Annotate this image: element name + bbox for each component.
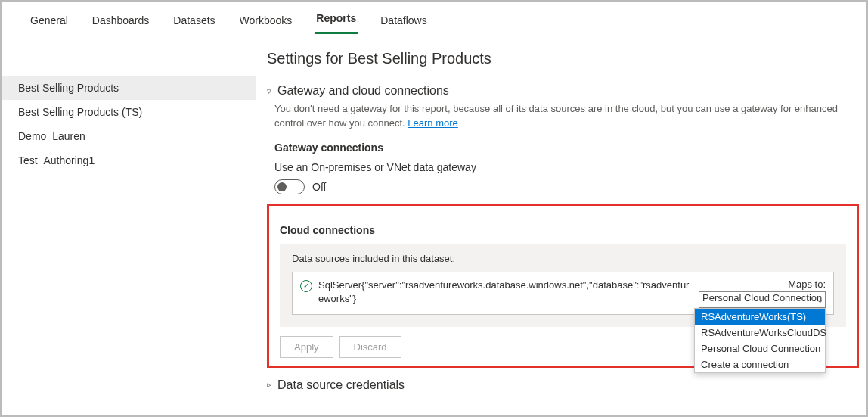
sidebar-item[interactable]: Test_Authoring1 <box>2 148 256 173</box>
panel-hint: Data sources included in this dataset: <box>292 253 834 264</box>
credentials-section: ▹ Data source credentials <box>267 378 859 392</box>
gateway-section-desc: You don't need a gateway for this report… <box>274 102 859 131</box>
cloud-connections-header: Cloud connections <box>280 224 846 236</box>
tab-reports[interactable]: Reports <box>315 8 358 34</box>
gateway-section-title: Gateway and cloud connections <box>277 84 449 98</box>
maps-label: Maps to: <box>699 279 826 290</box>
gateway-hint: Use an On-premises or VNet data gateway <box>274 161 859 173</box>
check-icon: ✓ <box>300 280 312 292</box>
sidebar-item[interactable]: Best Selling Products (TS) <box>2 100 256 124</box>
learn-more-link[interactable]: Learn more <box>408 117 457 129</box>
cloud-panel: Data sources included in this dataset: ✓… <box>280 244 846 327</box>
tabs: GeneralDashboardsDatasetsWorkbooksReport… <box>2 2 866 35</box>
maps-col: Maps to: Personal Cloud Connection ⌄ RSA… <box>699 279 826 308</box>
credentials-section-header[interactable]: ▹ Data source credentials <box>267 378 859 392</box>
maps-select[interactable]: Personal Cloud Connection ⌄ <box>699 291 826 308</box>
sidebar: Best Selling ProductsBest Selling Produc… <box>2 35 256 415</box>
content: Best Selling ProductsBest Selling Produc… <box>2 35 866 415</box>
gateway-toggle-row: Off <box>274 179 859 194</box>
gateway-toggle-state: Off <box>312 181 326 193</box>
highlight-box: Cloud connections Data sources included … <box>267 204 859 368</box>
sidebar-item[interactable]: Demo_Lauren <box>2 124 256 148</box>
chevron-right-icon: ▹ <box>267 380 274 390</box>
tab-datasets[interactable]: Datasets <box>172 10 216 34</box>
dropdown-option[interactable]: RSAdventureWorksCloudDS <box>695 325 825 341</box>
page-title: Settings for Best Selling Products <box>267 50 859 67</box>
dropdown-option[interactable]: Personal Cloud Connection <box>695 341 825 356</box>
dropdown-option[interactable]: RSAdventureWorks(TS) <box>695 309 825 325</box>
credentials-section-title: Data source credentials <box>277 378 405 392</box>
chevron-down-icon: ⌄ <box>817 294 823 304</box>
sidebar-item[interactable]: Best Selling Products <box>2 76 256 100</box>
maps-select-value: Personal Cloud Connection <box>702 292 822 303</box>
maps-dropdown-list: RSAdventureWorks(TS)RSAdventureWorksClou… <box>694 308 826 373</box>
toggle-knob <box>277 182 287 191</box>
tab-dataflows[interactable]: Dataflows <box>379 10 428 34</box>
gateway-section-header[interactable]: ▿ Gateway and cloud connections <box>267 84 859 98</box>
gateway-connections-header: Gateway connections <box>274 142 859 154</box>
apply-button[interactable]: Apply <box>280 336 333 358</box>
tab-workbooks[interactable]: Workbooks <box>238 10 294 34</box>
datasource-text: SqlServer{"server":"rsadventureworks.dat… <box>318 279 693 306</box>
datasource-box: ✓ SqlServer{"server":"rsadventureworks.d… <box>292 272 834 315</box>
tab-dashboards[interactable]: Dashboards <box>91 10 151 34</box>
gateway-toggle[interactable] <box>274 179 305 194</box>
dropdown-option[interactable]: Create a connection <box>695 356 825 372</box>
tab-general[interactable]: General <box>29 10 70 34</box>
gateway-desc-text: You don't need a gateway for this report… <box>274 103 838 129</box>
discard-button[interactable]: Discard <box>339 336 401 358</box>
chevron-down-icon: ▿ <box>267 86 274 96</box>
gateway-section: ▿ Gateway and cloud connections You don'… <box>267 84 859 368</box>
main: Settings for Best Selling Products ▿ Gat… <box>256 35 866 415</box>
